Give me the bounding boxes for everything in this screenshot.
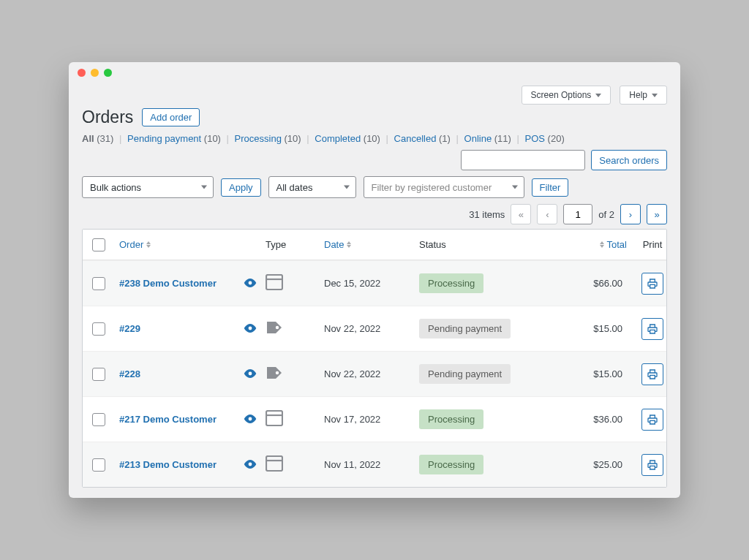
svg-point-5 (249, 371, 252, 375)
customer-filter-select[interactable]: Filter by registered customer (364, 176, 524, 198)
order-link[interactable]: #228 (119, 368, 140, 379)
row-checkbox[interactable] (92, 322, 105, 336)
filter-processing[interactable]: Processing (235, 133, 282, 144)
pagination: 31 items « ‹ of 2 › » (69, 204, 680, 229)
order-type (261, 455, 320, 474)
window-maximize-dot[interactable] (104, 69, 112, 77)
order-link[interactable]: #238 Demo Customer (119, 278, 217, 289)
order-link[interactable]: #217 Demo Customer (119, 414, 217, 425)
filter-cancelled[interactable]: Cancelled (394, 133, 437, 144)
preview-button[interactable] (244, 323, 257, 335)
order-total: $25.00 (554, 459, 627, 470)
order-link[interactable]: #229 (119, 323, 140, 334)
order-total: $66.00 (554, 278, 627, 289)
printer-icon (647, 459, 658, 471)
eye-icon (244, 415, 257, 423)
pagination-last-button[interactable]: » (647, 204, 667, 224)
pagination-of-label: of 2 (598, 209, 614, 220)
chevron-down-icon (512, 186, 518, 189)
pagination-next-button[interactable]: › (620, 204, 641, 224)
order-type (261, 410, 320, 428)
pagination-items-count: 31 items (469, 209, 505, 220)
status-badge: Processing (419, 409, 483, 429)
filter-pos-count: (20) (548, 133, 565, 144)
table-header: Order Type Date Status Total Print (83, 230, 666, 260)
eye-icon (244, 279, 257, 287)
pagination-first-button[interactable]: « (511, 204, 531, 224)
row-checkbox[interactable] (92, 458, 105, 472)
help-button[interactable]: Help (620, 86, 667, 105)
page-title: Orders (82, 107, 133, 127)
column-order[interactable]: Order (115, 239, 261, 250)
column-total[interactable]: Total (554, 239, 627, 250)
preview-button[interactable] (244, 459, 257, 471)
print-button[interactable] (641, 363, 663, 385)
svg-rect-8 (266, 411, 282, 425)
chevron-down-icon (595, 94, 601, 97)
row-checkbox[interactable] (92, 368, 105, 381)
order-total: $15.00 (554, 368, 627, 379)
filter-completed-count: (10) (364, 133, 380, 144)
dates-select[interactable]: All dates (268, 176, 356, 198)
column-status: Status (415, 239, 554, 250)
filter-pending-count: (10) (204, 133, 221, 144)
pagination-page-input[interactable] (563, 204, 592, 224)
table-row: #228Nov 22, 2022Pending payment$15.00 (83, 351, 666, 396)
filter-completed[interactable]: Completed (315, 133, 361, 144)
filter-all-label[interactable]: All (82, 133, 94, 144)
svg-point-0 (249, 281, 252, 284)
svg-rect-1 (266, 275, 282, 290)
filter-all-count: (31) (97, 133, 113, 144)
svg-rect-11 (266, 456, 282, 471)
print-button[interactable] (641, 273, 663, 295)
window-minimize-dot[interactable] (91, 69, 99, 77)
window-titlebar (69, 62, 680, 83)
screen-options-button[interactable]: Screen Options (522, 86, 611, 105)
svg-point-3 (249, 326, 252, 330)
eye-icon (244, 460, 257, 469)
preview-button[interactable] (244, 368, 257, 380)
filter-processing-count: (10) (285, 133, 301, 144)
filter-pos[interactable]: POS (525, 133, 545, 144)
order-type (261, 319, 320, 338)
filter-button[interactable]: Filter (532, 178, 569, 197)
status-badge: Pending payment (419, 319, 511, 338)
filter-online-count: (11) (494, 133, 511, 144)
printer-icon (647, 414, 658, 425)
status-filters: All (31) | Pending payment (10) | Proces… (69, 132, 680, 150)
window-icon (266, 274, 283, 290)
preview-button[interactable] (244, 278, 257, 290)
table-row: #213 Demo CustomerNov 11, 2022Processing… (83, 442, 666, 487)
window-close-dot[interactable] (78, 69, 86, 77)
printer-icon (647, 278, 658, 290)
row-checkbox[interactable] (92, 413, 105, 426)
pagination-prev-button[interactable]: ‹ (537, 204, 557, 224)
column-date[interactable]: Date (320, 239, 415, 250)
sort-icon (347, 241, 351, 248)
order-date: Nov 11, 2022 (320, 459, 415, 470)
order-type (261, 365, 320, 383)
row-checkbox[interactable] (92, 277, 105, 290)
print-button[interactable] (641, 454, 663, 476)
filter-pending-payment[interactable]: Pending payment (127, 133, 201, 144)
table-row: #229Nov 22, 2022Pending payment$15.00 (83, 306, 666, 351)
status-badge: Processing (419, 455, 483, 474)
apply-button[interactable]: Apply (221, 178, 261, 197)
select-all-checkbox[interactable] (92, 238, 105, 251)
filter-online[interactable]: Online (464, 133, 492, 144)
bulk-actions-select[interactable]: Bulk actions (82, 176, 214, 198)
print-button[interactable] (641, 409, 663, 431)
window-icon (266, 455, 283, 472)
preview-button[interactable] (244, 414, 257, 425)
chevron-down-icon (201, 186, 207, 189)
print-button[interactable] (641, 318, 663, 340)
order-total: $15.00 (554, 323, 627, 334)
status-badge: Processing (419, 273, 483, 293)
search-orders-button[interactable]: Search orders (591, 150, 667, 170)
add-order-button[interactable]: Add order (142, 108, 200, 126)
search-input[interactable] (461, 150, 585, 170)
order-link[interactable]: #213 Demo Customer (119, 459, 217, 470)
screen-options-label: Screen Options (531, 90, 592, 100)
help-label: Help (629, 90, 647, 100)
table-row: #217 Demo CustomerNov 17, 2022Processing… (83, 396, 666, 442)
